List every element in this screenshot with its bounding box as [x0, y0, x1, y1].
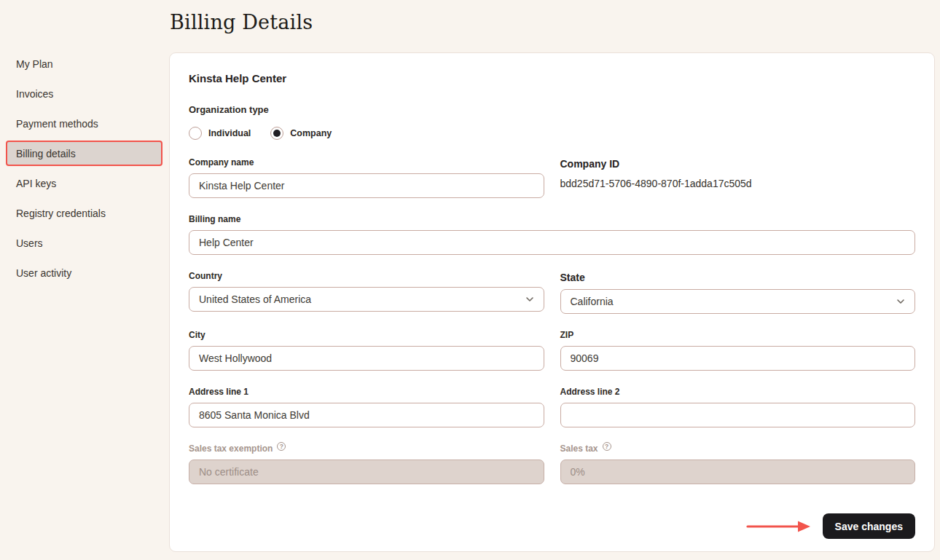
- sales-tax-exemption-label-text: Sales tax exemption: [189, 443, 273, 454]
- billing-sidebar: My Plan Invoices Payment methods Billing…: [0, 0, 169, 560]
- main-content: Billing Details Kinsta Help Center Organ…: [169, 0, 940, 560]
- country-label: Country: [189, 271, 544, 281]
- company-id-value: bdd25d71-5706-4890-870f-1adda17c505d: [560, 178, 916, 189]
- company-name-label: Company name: [189, 157, 544, 167]
- radio-individual-circle[interactable]: [189, 127, 202, 140]
- address-line-1-label: Address line 1: [189, 387, 544, 397]
- row-company: Company name Company ID bdd25d71-5706-48…: [189, 157, 915, 198]
- billing-name-input[interactable]: [189, 230, 915, 255]
- save-changes-button[interactable]: Save changes: [823, 513, 915, 539]
- zip-field-group: ZIP: [560, 330, 916, 371]
- billing-page: My Plan Invoices Payment methods Billing…: [0, 0, 940, 560]
- country-select[interactable]: United States of America: [189, 287, 544, 312]
- state-label: State: [560, 272, 916, 283]
- help-icon[interactable]: ?: [603, 442, 611, 451]
- company-id-group: Company ID bdd25d71-5706-4890-870f-1adda…: [560, 157, 916, 198]
- radio-company-label: Company: [290, 128, 332, 138]
- zip-input[interactable]: [560, 346, 916, 371]
- organization-type-radio-group: Individual Company: [189, 127, 915, 140]
- address2-field-group: Address line 2: [560, 387, 916, 427]
- address1-field-group: Address line 1: [189, 387, 544, 427]
- address-line-2-label: Address line 2: [560, 387, 916, 397]
- row-country-state: Country United States of America State C…: [189, 271, 915, 314]
- sidebar-item-users[interactable]: Users: [6, 230, 162, 256]
- state-select[interactable]: California: [560, 289, 916, 314]
- city-input[interactable]: [189, 346, 544, 371]
- row-address: Address line 1 Address line 2: [189, 387, 915, 427]
- annotation-arrow-icon: [745, 520, 812, 533]
- sales-tax-label-text: Sales tax: [560, 443, 598, 454]
- sidebar-item-user-activity[interactable]: User activity: [6, 260, 162, 285]
- sidebar-item-api-keys[interactable]: API keys: [6, 170, 162, 196]
- country-field-group: Country United States of America: [189, 271, 544, 314]
- sales-tax-exemption-field-group: Sales tax exemption ?: [189, 443, 544, 484]
- state-field-group: State California: [560, 271, 916, 314]
- billing-name-label: Billing name: [189, 214, 915, 224]
- radio-option-company[interactable]: Company: [270, 127, 332, 140]
- company-heading: Kinsta Help Center: [189, 72, 915, 84]
- page-title: Billing Details: [170, 8, 940, 37]
- company-name-input[interactable]: [189, 173, 544, 198]
- sidebar-item-registry-credentials[interactable]: Registry credentials: [6, 200, 162, 226]
- sales-tax-exemption-label: Sales tax exemption ?: [189, 443, 544, 454]
- company-id-label: Company ID: [560, 158, 916, 170]
- zip-label: ZIP: [560, 330, 916, 340]
- sales-tax-field-group: Sales tax ?: [560, 443, 916, 484]
- sales-tax-exemption-input: [189, 460, 544, 484]
- organization-type-label: Organization type: [189, 104, 915, 115]
- city-label: City: [189, 330, 544, 340]
- radio-individual-label: Individual: [208, 128, 251, 138]
- row-city-zip: City ZIP: [189, 330, 915, 371]
- card-footer: Save changes: [189, 513, 915, 539]
- radio-option-individual[interactable]: Individual: [189, 127, 251, 140]
- sales-tax-label: Sales tax ?: [560, 443, 916, 454]
- sidebar-item-my-plan[interactable]: My Plan: [6, 51, 162, 76]
- sidebar-item-invoices[interactable]: Invoices: [6, 81, 162, 106]
- help-icon[interactable]: ?: [277, 442, 286, 451]
- city-field-group: City: [189, 330, 544, 371]
- row-sales-tax: Sales tax exemption ? Sales tax ?: [189, 443, 915, 484]
- address-line-1-input[interactable]: [189, 403, 544, 427]
- sidebar-item-billing-details[interactable]: Billing details: [6, 141, 162, 166]
- radio-company-circle[interactable]: [270, 127, 283, 140]
- sidebar-item-payment-methods[interactable]: Payment methods: [6, 111, 162, 136]
- address-line-2-input[interactable]: [560, 403, 916, 427]
- billing-details-card: Kinsta Help Center Organization type Ind…: [169, 52, 935, 552]
- company-name-field-group: Company name: [189, 157, 544, 198]
- sales-tax-input: [560, 460, 916, 484]
- billing-name-field-group: Billing name: [189, 214, 915, 255]
